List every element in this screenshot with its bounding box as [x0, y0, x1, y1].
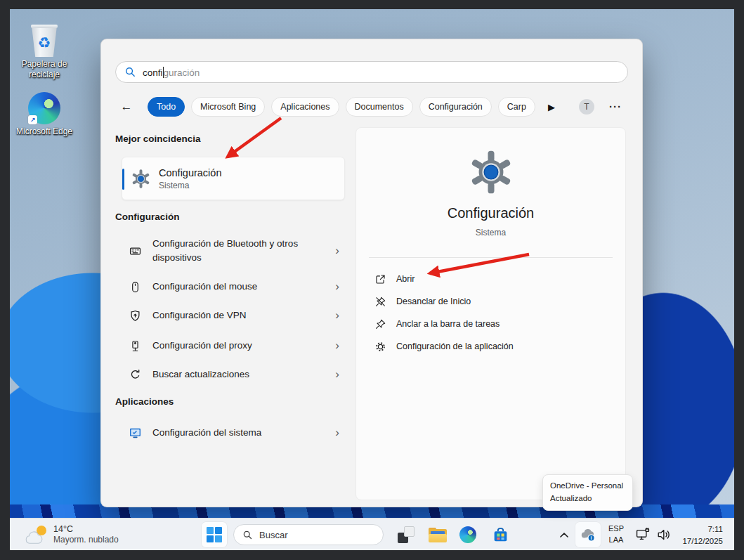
tab-todo[interactable]: Todo: [148, 97, 185, 117]
taskbar-app-file-explorer[interactable]: [424, 521, 452, 549]
result-label: Buscar actualizaciones: [152, 367, 325, 382]
account-avatar[interactable]: T: [579, 99, 594, 115]
result-label: Configuración del sistema: [152, 426, 325, 440]
tabs-scroll-area: Todo Microsoft Bing Aplicaciones Documen…: [148, 97, 542, 117]
tray-clock[interactable]: 7:11 17/12/2025: [682, 523, 723, 547]
chevron-right-icon: ›: [335, 308, 339, 323]
chevron-right-icon: ›: [335, 367, 339, 382]
best-match-result[interactable]: Configuración Sistema: [122, 157, 345, 200]
best-match-title: Configuración: [159, 167, 221, 181]
task-view-icon: [398, 526, 415, 543]
selection-accent-bar: [122, 169, 124, 190]
chevron-right-icon: ›: [335, 280, 339, 294]
taskbar: 14°C Mayorm. nublado Buscar: [10, 518, 734, 550]
tab-configuracion[interactable]: Configuración: [419, 97, 492, 117]
search-query-typed: confi: [143, 67, 163, 78]
divider: [369, 257, 613, 258]
toast-line2: Actualizado: [550, 493, 625, 505]
taskbar-app-edge[interactable]: [454, 521, 482, 549]
taskbar-search-box[interactable]: Buscar: [233, 524, 384, 545]
result-bluetooth-settings[interactable]: Configuración de Bluetooth y otros dispo…: [122, 234, 345, 268]
action-open[interactable]: Abrir: [374, 268, 606, 289]
result-label: Configuración de Bluetooth y otros dispo…: [152, 237, 325, 264]
filter-tabs-row: ← Todo Microsoft Bing Aplicaciones Docum…: [101, 97, 642, 117]
edge-icon: ↗: [28, 92, 60, 124]
tray-network-button[interactable]: [632, 524, 653, 545]
action-label: Abrir: [396, 274, 415, 284]
desktop-icon-label: Papelera de reciclaje: [11, 59, 78, 80]
clock-date: 17/12/2025: [682, 535, 723, 547]
search-query-suggestion: guración: [164, 67, 200, 78]
chevron-right-icon: ›: [335, 244, 339, 258]
system-config-app-icon: [129, 426, 142, 440]
network-monitor-icon: [635, 527, 651, 542]
chevron-right-icon: ›: [335, 339, 339, 353]
taskbar-app-task-view[interactable]: [392, 521, 420, 549]
result-vpn-settings[interactable]: Configuración de VPN ›: [122, 306, 345, 325]
language-line1: ESP: [604, 523, 628, 535]
taskbar-search-label: Buscar: [259, 530, 287, 540]
result-label: Configuración de VPN: [152, 308, 325, 323]
tray-onedrive-button[interactable]: i: [575, 521, 601, 548]
more-options-icon[interactable]: ···: [606, 97, 625, 115]
action-unpin-from-start[interactable]: Desanclar de Inicio: [374, 291, 606, 312]
best-match-subtitle: Sistema: [159, 181, 221, 190]
unpin-icon: [374, 296, 386, 308]
tab-microsoft-bing[interactable]: Microsoft Bing: [191, 97, 265, 117]
clock-time: 7:11: [682, 523, 723, 535]
recycle-bin-icon: ♻: [29, 25, 60, 57]
desktop-icon-label: Microsoft Edge: [16, 126, 72, 137]
tray-language-indicator[interactable]: ESP LAA: [604, 523, 628, 546]
taskbar-app-store[interactable]: [486, 521, 514, 549]
folder-icon: [429, 528, 447, 542]
screenshot-frame: ♻ Papelera de reciclaje ↗ Microsoft Edge…: [0, 0, 744, 560]
speaker-icon: [656, 527, 672, 542]
onedrive-cloud-icon: i: [579, 526, 597, 543]
result-label: Configuración del mouse: [152, 280, 325, 294]
settings-gear-icon: [131, 169, 150, 188]
devices-keyboard-icon: [129, 245, 142, 258]
tab-carpetas-truncated[interactable]: Carp: [498, 97, 535, 117]
open-external-icon: [374, 273, 386, 285]
tab-documentos[interactable]: Documentos: [346, 97, 413, 117]
result-proxy-settings[interactable]: Configuración del proxy ›: [122, 336, 345, 356]
back-arrow-icon[interactable]: ←: [118, 98, 135, 115]
windows-logo-icon: [207, 527, 222, 542]
desktop-icon-microsoft-edge[interactable]: ↗ Microsoft Edge: [11, 92, 78, 137]
preview-title: Configuración: [356, 205, 625, 221]
weather-widget[interactable]: 14°C Mayorm. nublado: [20, 521, 123, 548]
search-icon: [124, 66, 136, 78]
action-label: Configuración de la aplicación: [396, 341, 514, 351]
desktop-icon-recycle-bin[interactable]: ♻ Papelera de reciclaje: [11, 25, 78, 80]
shortcut-arrow-icon: ↗: [28, 115, 37, 124]
chevron-right-icon: ›: [335, 426, 339, 440]
tray-volume-button[interactable]: [653, 524, 674, 545]
tabs-scroll-right-icon[interactable]: ▶: [544, 99, 559, 115]
update-refresh-icon: [129, 368, 142, 382]
search-input[interactable]: configuración: [115, 61, 628, 83]
proxy-server-icon: [129, 339, 142, 353]
mouse-icon: [129, 280, 142, 294]
tab-aplicaciones[interactable]: Aplicaciones: [271, 97, 339, 117]
result-mouse-settings[interactable]: Configuración del mouse ›: [122, 277, 345, 297]
result-system-configuration-app[interactable]: Configuración del sistema ›: [122, 423, 345, 443]
pin-icon: [374, 318, 386, 330]
result-label: Configuración del proxy: [152, 339, 325, 353]
edge-icon: [459, 526, 476, 543]
weather-temperature: 14°C: [53, 523, 119, 535]
weather-icon: [24, 526, 48, 545]
onedrive-status-toast: OneDrive - Personal Actualizado: [542, 474, 633, 511]
action-app-settings[interactable]: Configuración de la aplicación: [374, 336, 606, 357]
toast-line1: OneDrive - Personal: [550, 480, 625, 493]
best-match-heading: Mejor coincidencia: [115, 134, 201, 144]
result-check-updates[interactable]: Buscar actualizaciones ›: [122, 365, 345, 384]
start-button[interactable]: [201, 521, 228, 548]
svg-text:i: i: [591, 535, 592, 540]
preview-subtitle: Sistema: [356, 228, 625, 237]
search-flyout-panel: configuración ← Todo Microsoft Bing Apli…: [100, 39, 643, 507]
language-line2: LAA: [604, 535, 628, 546]
action-label: Anclar a la barra de tareas: [396, 319, 500, 329]
action-pin-to-taskbar[interactable]: Anclar a la barra de tareas: [374, 313, 606, 334]
app-preview-card: Configuración Sistema Abrir Desanclar d: [355, 127, 626, 500]
tray-overflow-button[interactable]: [555, 521, 573, 549]
